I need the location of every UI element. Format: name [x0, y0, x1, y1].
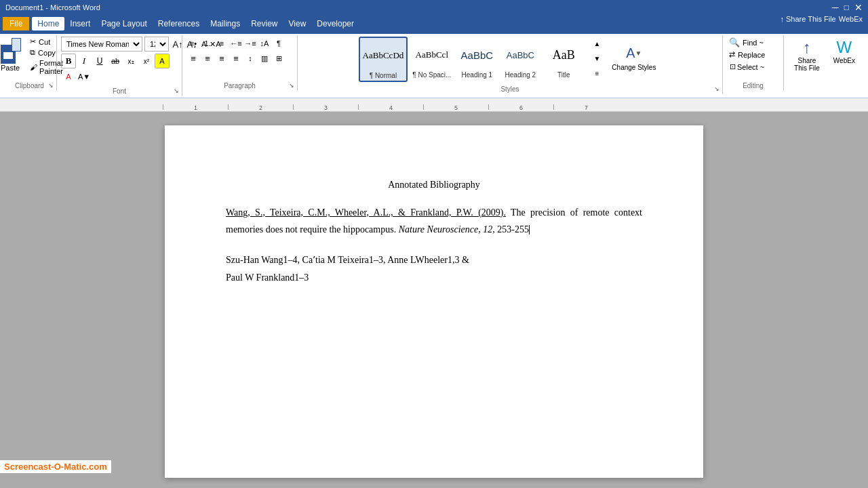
style-no-spacing-preview: AaBbCcl	[416, 39, 448, 71]
style-heading2[interactable]: AaBbC Heading 2	[499, 37, 541, 81]
share-icon: ↑ Share This File	[780, 15, 835, 23]
document-title: Annotated Bibliography	[226, 180, 642, 190]
maximize-btn[interactable]: □	[844, 3, 849, 12]
font-name-row: Times New Roman 12 A↑ A↓ A ✕A	[61, 37, 178, 52]
font-label: Font	[57, 87, 182, 95]
style-normal-preview: AaBbCcDd	[363, 39, 404, 72]
ribbon: Paste ✂ Cut ⧉ Copy 🖌 Format Painter	[0, 33, 868, 98]
superscript-button[interactable]: x²	[139, 54, 154, 68]
clipboard-expand[interactable]: ↘	[47, 81, 55, 89]
clipboard-group: Paste ✂ Cut ⧉ Copy 🖌 Format Painter	[3, 35, 57, 91]
styles-up-button[interactable]: ▲	[590, 37, 604, 50]
references-menu[interactable]: References	[153, 17, 205, 30]
app-title: Document1 - Microsoft Word	[5, 3, 100, 12]
insert-menu[interactable]: Insert	[64, 17, 96, 30]
authors-line-1: Szu-Han Wang1–4, Caʼtia M Teixeira1–3, A…	[226, 255, 469, 265]
share-group: ↑ ShareThis File W WebEx	[784, 35, 865, 91]
style-normal[interactable]: AaBbCcDd ¶ Normal	[359, 37, 408, 82]
paste-label: Paste	[1, 64, 20, 72]
title-bar: Document1 - Microsoft Word ─ □ ✕	[0, 0, 868, 15]
style-normal-label: ¶ Normal	[370, 72, 397, 79]
styles-down-button[interactable]: ▼	[590, 52, 604, 65]
increase-indent-button[interactable]: →≡	[243, 37, 257, 50]
styles-more-button[interactable]: ≡	[590, 66, 604, 80]
font-size-select[interactable]: 12	[144, 37, 169, 52]
style-title[interactable]: AaB Title	[542, 37, 585, 81]
subscript-button[interactable]: x₂	[123, 54, 138, 68]
justify-button[interactable]: ≡	[229, 52, 243, 65]
editing-label: Editing	[723, 82, 783, 89]
align-right-button[interactable]: ≡	[215, 52, 229, 65]
paragraph-label: Paragraph	[182, 82, 297, 89]
sort-button[interactable]: ↕A	[258, 37, 271, 50]
borders-button[interactable]: ⊞	[272, 52, 285, 65]
page-numbers: 253-255	[497, 224, 529, 235]
menu-bar: File Home Insert Page Layout References …	[0, 15, 868, 33]
find-button[interactable]: 🔍 Find ~	[727, 37, 779, 48]
style-heading1[interactable]: AaBbC Heading 1	[456, 37, 498, 81]
style-heading1-preview: AaBbC	[461, 39, 494, 71]
font-name-select[interactable]: Times New Roman	[61, 37, 142, 52]
developer-menu[interactable]: Developer	[311, 17, 359, 30]
select-button[interactable]: ⊡ Select ~	[727, 61, 779, 73]
bold-button[interactable]: B	[61, 54, 76, 68]
list-buttons-row: ≡• 1. ≡ ←≡ →≡ ↕A ¶	[186, 37, 293, 50]
author-citation: Wang, S., Teixeira, C.M., Wheeler, A.L.,…	[226, 207, 506, 218]
change-styles-button[interactable]: A ▼ Change Styles	[608, 39, 660, 75]
shading-button[interactable]: ▥	[258, 52, 271, 65]
line-spacing-button[interactable]: ↕	[243, 52, 257, 65]
minimize-btn[interactable]: ─	[832, 2, 839, 13]
style-heading2-label: Heading 2	[505, 71, 536, 79]
paste-button[interactable]: Paste	[0, 37, 26, 73]
show-formatting-button[interactable]: ¶	[272, 37, 285, 50]
align-center-button[interactable]: ≡	[201, 52, 214, 65]
styles-expand[interactable]: ↘	[713, 85, 721, 93]
style-no-spacing[interactable]: AaBbCcl ¶ No Spaci...	[409, 37, 454, 81]
mailings-menu[interactable]: Mailings	[205, 17, 245, 30]
close-btn[interactable]: ✕	[854, 2, 863, 13]
webex-icon: WebEx	[839, 15, 863, 23]
view-menu[interactable]: View	[283, 17, 312, 30]
style-heading1-label: Heading 1	[462, 71, 493, 79]
styles-gallery: AaBbCcDd ¶ Normal AaBbCcl ¶ No Spaci...	[359, 37, 585, 82]
underline-button[interactable]: U	[92, 54, 107, 68]
page-layout-menu[interactable]: Page Layout	[96, 17, 152, 30]
watermark: Screencast-O-Matic.com	[0, 460, 111, 473]
paragraph-1: Wang, S., Teixeira, C.M., Wheeler, A.L.,…	[226, 204, 642, 238]
italic-button[interactable]: I	[77, 54, 92, 68]
multilevel-list-button[interactable]: ≡	[215, 37, 229, 50]
text-effect-button[interactable]: A▼	[77, 69, 92, 84]
style-heading2-preview: AaBbC	[507, 39, 534, 71]
paragraph-expand[interactable]: ↘	[288, 81, 296, 89]
bullets-button[interactable]: ≡•	[186, 37, 200, 50]
align-left-button[interactable]: ≡	[186, 52, 200, 65]
style-title-label: Title	[557, 71, 570, 79]
decrease-indent-button[interactable]: ←≡	[229, 37, 243, 50]
document-area: Annotated Bibliography Wang, S., Teixeir…	[0, 112, 868, 488]
alignment-buttons-row: ≡ ≡ ≡ ≡ ↕ ▥ ⊞	[186, 52, 293, 65]
replace-button[interactable]: ⇄ Replace	[727, 49, 779, 60]
editing-group: 🔍 Find ~ ⇄ Replace ⊡ Select ~ Editing	[723, 35, 784, 91]
styles-group: AaBbCcDd ¶ Normal AaBbCcl ¶ No Spaci...	[298, 35, 723, 94]
highlight-button[interactable]: A	[155, 54, 170, 68]
format-buttons: B I U ab x₂ x² A A A▼	[61, 54, 178, 84]
font-expand[interactable]: ↘	[172, 87, 180, 95]
file-menu[interactable]: File	[3, 17, 29, 30]
authors-line-2: Paul W Frankland1–3	[226, 272, 309, 283]
font-group: Times New Roman 12 A↑ A↓ A ✕A B I U	[57, 35, 182, 96]
journal-citation: Nature Neuroscience, 12,	[399, 224, 495, 235]
home-menu[interactable]: Home	[32, 17, 64, 30]
webex-button[interactable]: W WebEx	[829, 37, 859, 73]
style-title-preview: AaB	[553, 39, 575, 71]
font-color-button[interactable]: A	[61, 69, 76, 84]
ribbon-content: Paste ✂ Cut ⧉ Copy 🖌 Format Painter	[0, 33, 868, 98]
review-menu[interactable]: Review	[245, 17, 283, 30]
share-button[interactable]: ↑ ShareThis File	[790, 37, 824, 73]
ruler: 1 2 3 4 5 6 7	[0, 98, 868, 112]
strikethrough-button[interactable]: ab	[108, 54, 123, 68]
text-cursor	[529, 225, 530, 235]
paragraph-2: Szu-Han Wang1–4, Caʼtia M Teixeira1–3, A…	[226, 251, 642, 285]
document-page[interactable]: Annotated Bibliography Wang, S., Teixeir…	[165, 125, 703, 478]
change-styles-label: Change Styles	[612, 64, 656, 72]
numbering-button[interactable]: 1.	[201, 37, 214, 50]
